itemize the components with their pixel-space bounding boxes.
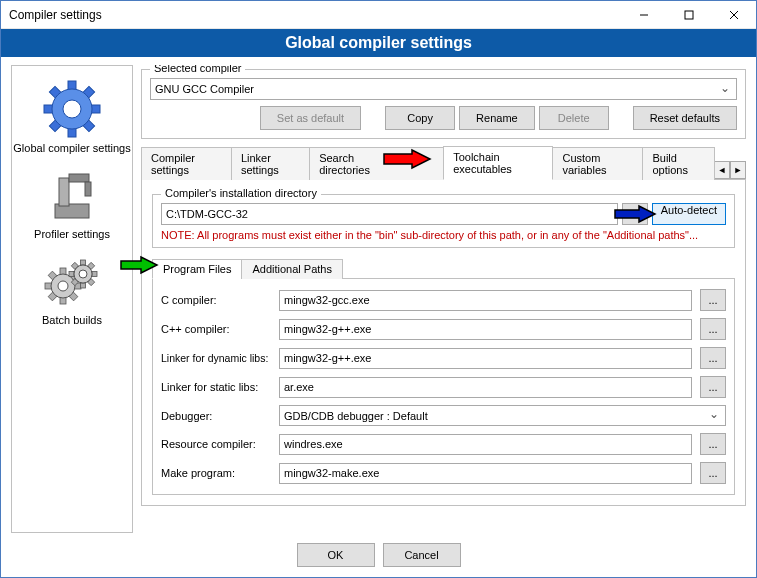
minimize-button[interactable] — [621, 1, 666, 28]
linker-dynamic-browse[interactable]: ... — [700, 347, 726, 369]
svg-point-40 — [79, 270, 87, 278]
delete-button[interactable]: Delete — [539, 106, 609, 130]
svg-marker-0 — [384, 150, 430, 168]
install-dir-input[interactable] — [161, 203, 618, 225]
compiler-button-row: Set as default Copy Rename Delete Reset … — [150, 106, 737, 130]
resource-compiler-row: Resource compiler: ... — [161, 433, 726, 455]
svg-marker-2 — [121, 257, 157, 273]
sub-tab-program-files[interactable]: Program Files — [152, 259, 242, 279]
tab-scroll-nav: ◄ ► — [714, 161, 746, 179]
svg-rect-20 — [85, 182, 91, 196]
resource-compiler-label: Resource compiler: — [161, 438, 271, 450]
autodetect-button[interactable]: Auto-detect — [652, 203, 726, 225]
svg-point-30 — [58, 281, 68, 291]
ok-button[interactable]: OK — [297, 543, 375, 567]
blue-arrow-annotation — [613, 204, 657, 224]
green-arrow-annotation — [119, 255, 159, 275]
sidebar-item-label: Batch builds — [42, 314, 102, 326]
install-dir-note: NOTE: All programs must exist either in … — [161, 229, 726, 241]
linker-static-row: Linker for static libs: ... — [161, 376, 726, 398]
make-program-browse[interactable]: ... — [700, 462, 726, 484]
c-compiler-input[interactable] — [279, 290, 692, 311]
debugger-row: Debugger: GDB/CDB debugger : Default — [161, 405, 726, 426]
selected-compiler-legend: Selected compiler — [150, 65, 245, 74]
titlebar: Compiler settings — [1, 1, 756, 29]
cancel-button[interactable]: Cancel — [383, 543, 461, 567]
resource-compiler-input[interactable] — [279, 434, 692, 455]
reset-defaults-button[interactable]: Reset defaults — [633, 106, 737, 130]
c-compiler-browse[interactable]: ... — [700, 289, 726, 311]
window-title: Compiler settings — [9, 8, 621, 22]
sidebar-item-global-compiler[interactable]: Global compiler settings — [12, 74, 132, 158]
make-program-row: Make program: ... — [161, 462, 726, 484]
cpp-compiler-input[interactable] — [279, 319, 692, 340]
linker-dynamic-input[interactable] — [279, 348, 692, 369]
copy-button[interactable]: Copy — [385, 106, 455, 130]
compiler-dropdown-value: GNU GCC Compiler — [155, 83, 254, 95]
sidebar-item-label: Profiler settings — [34, 228, 110, 240]
set-default-button[interactable]: Set as default — [260, 106, 361, 130]
cpp-compiler-browse[interactable]: ... — [700, 318, 726, 340]
cpp-compiler-label: C++ compiler: — [161, 323, 271, 335]
batch-icon — [41, 250, 103, 312]
linker-static-browse[interactable]: ... — [700, 376, 726, 398]
rename-button[interactable]: Rename — [459, 106, 535, 130]
sidebar-item-batch[interactable]: Batch builds — [12, 246, 132, 330]
c-compiler-row: C compiler: ... — [161, 289, 726, 311]
install-dir-legend: Compiler's installation directory — [161, 187, 321, 199]
tab-build-options[interactable]: Build options — [642, 147, 715, 180]
titlebar-buttons — [621, 1, 756, 28]
tab-toolchain-executables[interactable]: Toolchain executables — [443, 146, 553, 180]
compiler-dropdown[interactable]: GNU GCC Compiler — [150, 78, 737, 100]
main-tabs: Compiler settings Linker settings Search… — [141, 145, 746, 180]
main-panel: Selected compiler GNU GCC Compiler Set a… — [141, 65, 746, 533]
svg-rect-31 — [81, 260, 86, 265]
sidebar-item-label: Global compiler settings — [13, 142, 130, 154]
make-program-input[interactable] — [279, 463, 692, 484]
svg-rect-4 — [685, 11, 693, 19]
svg-rect-32 — [81, 283, 86, 288]
debugger-select[interactable]: GDB/CDB debugger : Default — [279, 405, 726, 426]
tab-compiler-settings[interactable]: Compiler settings — [141, 147, 232, 180]
svg-rect-34 — [92, 272, 97, 277]
close-button[interactable] — [711, 1, 756, 28]
cpp-compiler-row: C++ compiler: ... — [161, 318, 726, 340]
svg-point-16 — [63, 100, 81, 118]
sub-tabs: Program Files Additional Paths — [152, 258, 735, 279]
linker-static-label: Linker for static libs: — [161, 381, 271, 393]
svg-rect-33 — [69, 272, 74, 277]
page-banner: Global compiler settings — [1, 29, 756, 57]
tab-linker-settings[interactable]: Linker settings — [231, 147, 310, 180]
linker-dynamic-row: Linker for dynamic libs: ... — [161, 347, 726, 369]
svg-rect-18 — [59, 178, 69, 206]
tab-scroll-left[interactable]: ◄ — [714, 161, 730, 179]
c-compiler-label: C compiler: — [161, 294, 271, 306]
svg-marker-1 — [615, 206, 655, 222]
tab-custom-variables[interactable]: Custom variables — [552, 147, 643, 180]
sidebar-item-profiler[interactable]: Profiler settings — [12, 160, 132, 244]
content-area: Global compiler settings Profiler settin… — [1, 57, 756, 533]
resource-compiler-browse[interactable]: ... — [700, 433, 726, 455]
red-arrow-annotation — [382, 148, 432, 170]
toolchain-tab-content: Compiler's installation directory ... Au… — [141, 180, 746, 506]
selected-compiler-fieldset: Selected compiler GNU GCC Compiler Set a… — [141, 69, 746, 139]
linker-static-input[interactable] — [279, 377, 692, 398]
debugger-label: Debugger: — [161, 410, 271, 422]
compiler-settings-window: Compiler settings Global compiler settin… — [0, 0, 757, 578]
linker-dynamic-label: Linker for dynamic libs: — [161, 352, 271, 364]
tab-scroll-right[interactable]: ► — [730, 161, 746, 179]
gear-icon — [41, 78, 103, 140]
sidebar: Global compiler settings Profiler settin… — [11, 65, 133, 533]
svg-rect-19 — [69, 174, 89, 182]
make-program-label: Make program: — [161, 467, 271, 479]
program-files-panel: C compiler: ... C++ compiler: ... Linker… — [152, 279, 735, 495]
profiler-icon — [41, 164, 103, 226]
debugger-select-value: GDB/CDB debugger : Default — [284, 410, 428, 422]
dialog-footer: OK Cancel — [1, 533, 756, 577]
maximize-button[interactable] — [666, 1, 711, 28]
sub-tab-additional-paths[interactable]: Additional Paths — [241, 259, 343, 279]
main-tabs-container: Compiler settings Linker settings Search… — [141, 145, 746, 506]
